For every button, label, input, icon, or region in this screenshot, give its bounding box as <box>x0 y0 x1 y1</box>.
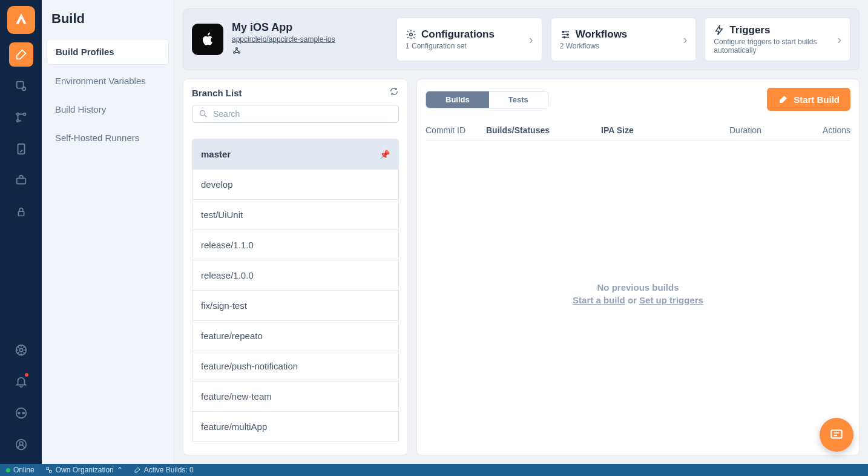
settings-icon[interactable] <box>9 401 33 425</box>
bolt-icon <box>714 25 725 36</box>
nav-build-icon[interactable] <box>9 42 33 67</box>
col-size: IPA Size <box>601 125 729 135</box>
svg-point-4 <box>16 120 19 122</box>
card-title: Workflows <box>576 28 628 41</box>
branch-item[interactable]: release/1.0.0 <box>192 260 399 291</box>
nav-store-icon[interactable] <box>9 168 33 193</box>
app-icon <box>192 24 223 55</box>
card-title: Configurations <box>421 28 495 41</box>
branch-item[interactable]: feature/new-team <box>192 382 399 412</box>
svg-point-2 <box>16 113 19 116</box>
sidebar-item-build-profiles[interactable]: Build Profiles <box>47 39 169 65</box>
col-commit: Commit ID <box>426 125 486 135</box>
start-build-link[interactable]: Start a build <box>573 295 625 305</box>
sidebar: Build Build Profiles Environment Variabl… <box>42 0 174 464</box>
branch-item[interactable]: test/UiUnit <box>192 200 399 230</box>
status-online: Online <box>6 466 35 474</box>
chat-button[interactable] <box>820 418 853 452</box>
status-org[interactable]: Own Organization ⌃ <box>45 466 123 474</box>
start-build-button[interactable]: Start Build <box>767 88 850 111</box>
build-panel: Builds Tests Start Build Commit ID Build… <box>416 79 860 455</box>
card-configurations[interactable]: Configurations 1 Configuration set › <box>396 18 542 61</box>
branch-item[interactable]: fix/sign-test <box>192 291 399 321</box>
account-icon[interactable] <box>9 432 33 457</box>
branch-item[interactable]: feature/repeato <box>192 321 399 351</box>
svg-point-12 <box>22 412 24 414</box>
profile-header: My iOS App appcircleio/appcircle-sample-… <box>183 8 860 70</box>
chevron-right-icon: › <box>683 33 688 47</box>
search-icon <box>199 109 208 119</box>
branch-search[interactable] <box>192 105 399 123</box>
svg-point-17 <box>238 51 240 53</box>
tab-tests[interactable]: Tests <box>489 91 548 108</box>
svg-point-15 <box>236 47 238 49</box>
webhook-icon[interactable] <box>232 47 242 58</box>
app-info: My iOS App appcircleio/appcircle-sample-… <box>192 18 386 61</box>
repo-link[interactable]: appcircleio/appcircle-sample-ios <box>232 35 335 44</box>
nav-signing-icon[interactable] <box>9 74 33 98</box>
card-subtitle: 1 Configuration set <box>406 42 495 50</box>
svg-point-3 <box>23 113 25 116</box>
status-active-builds[interactable]: Active Builds: 0 <box>134 466 194 474</box>
col-duration: Duration <box>729 125 802 135</box>
status-bar: Online Own Organization ⌃ Active Builds:… <box>0 464 868 476</box>
nav-publish-icon[interactable] <box>9 137 33 161</box>
col-actions: Actions <box>802 125 850 135</box>
svg-rect-24 <box>49 471 51 473</box>
svg-point-1 <box>22 87 25 91</box>
branch-item[interactable]: release/1.1.0 <box>192 230 399 260</box>
branch-search-input[interactable] <box>213 109 392 119</box>
branch-panel: Branch List master 📌 dev <box>183 79 408 455</box>
hammer-icon <box>134 466 141 474</box>
svg-point-18 <box>410 33 413 36</box>
svg-rect-5 <box>18 144 24 154</box>
chevron-right-icon: › <box>529 33 533 47</box>
svg-point-22 <box>200 111 205 116</box>
hammer-icon <box>778 94 789 105</box>
pin-icon[interactable]: 📌 <box>380 150 390 159</box>
app-name: My iOS App <box>232 21 335 34</box>
svg-point-16 <box>234 51 235 53</box>
tab-builds[interactable]: Builds <box>426 91 489 108</box>
branch-item[interactable]: develop <box>192 170 399 200</box>
logo[interactable] <box>7 6 35 34</box>
online-dot-icon <box>6 468 10 472</box>
empty-title: No previous builds <box>597 282 679 293</box>
page-title: Build <box>47 8 169 39</box>
svg-rect-25 <box>831 430 841 438</box>
help-icon[interactable] <box>9 338 33 362</box>
main-content: My iOS App appcircleio/appcircle-sample-… <box>174 0 868 464</box>
branch-item[interactable]: master 📌 <box>192 139 399 170</box>
sidebar-item-env-vars[interactable]: Environment Variables <box>47 68 169 93</box>
card-title: Triggers <box>729 24 770 36</box>
svg-rect-7 <box>18 211 24 216</box>
nav-distribute-icon[interactable] <box>9 105 33 130</box>
gear-icon <box>406 29 416 40</box>
setup-triggers-link[interactable]: Set up triggers <box>639 295 703 305</box>
sidebar-item-build-history[interactable]: Build History <box>47 97 169 122</box>
chevron-right-icon: › <box>837 33 841 47</box>
builds-table-header: Commit ID Builds/Statuses IPA Size Durat… <box>426 121 850 140</box>
col-status: Builds/Statuses <box>486 125 601 135</box>
nav-enterprise-icon[interactable] <box>9 200 33 224</box>
branch-list[interactable]: master 📌 develop test/UiUnit release/1.1… <box>183 130 407 455</box>
branch-item[interactable]: feature/push-notification <box>192 351 399 382</box>
sidebar-item-self-hosted[interactable]: Self-Hosted Runners <box>47 125 169 150</box>
branch-item[interactable]: feature/multiApp <box>192 412 399 442</box>
org-icon <box>45 466 53 474</box>
icon-bar <box>0 0 42 464</box>
tab-switcher: Builds Tests <box>426 91 548 108</box>
card-workflows[interactable]: Workflows 2 Workflows › <box>551 18 697 61</box>
svg-rect-6 <box>16 178 25 183</box>
card-subtitle: Configure triggers to start builds autom… <box>714 38 837 55</box>
card-subtitle: 2 Workflows <box>560 42 628 50</box>
svg-point-11 <box>18 412 19 414</box>
empty-state: No previous builds Start a build or Set … <box>426 140 850 446</box>
refresh-icon[interactable] <box>389 87 399 99</box>
workflow-icon <box>560 29 571 40</box>
notifications-icon[interactable] <box>9 369 33 394</box>
chevron-up-icon: ⌃ <box>117 466 123 474</box>
card-triggers[interactable]: Triggers Configure triggers to start bui… <box>705 18 850 61</box>
branch-list-title: Branch List <box>192 88 242 98</box>
chat-icon <box>829 427 844 443</box>
